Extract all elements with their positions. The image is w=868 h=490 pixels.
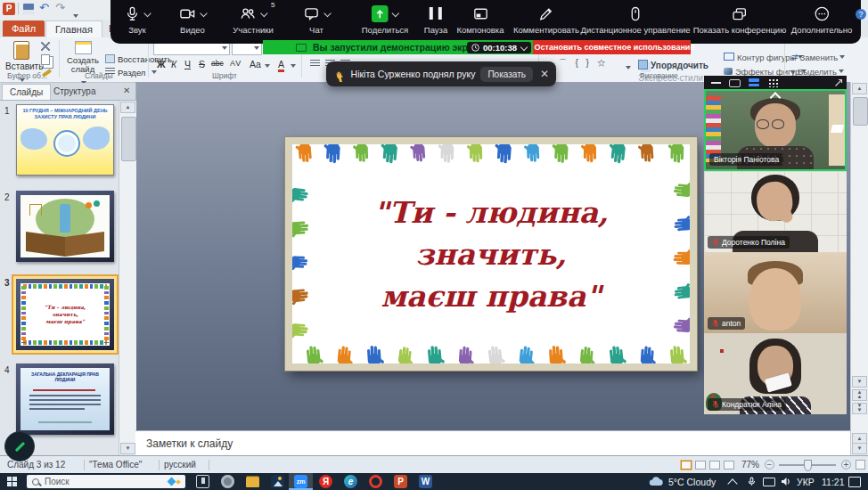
cut-icon[interactable] [41, 42, 50, 51]
zoom-level[interactable]: 77% [741, 460, 759, 470]
theme-name[interactable]: "Тема Office" [89, 460, 142, 470]
scroll-down-icon[interactable]: ▼ [852, 376, 867, 388]
font-color-button[interactable]: A [278, 59, 284, 72]
section-button[interactable]: Раздел [105, 63, 157, 79]
zoom-annotate-button[interactable]: Комментировать [513, 4, 579, 35]
current-slide[interactable]: "Ти - людина, значить, маєш права" [285, 137, 697, 371]
reading-view-icon[interactable] [709, 461, 720, 470]
close-icon[interactable]: ✕ [540, 68, 549, 80]
shadow-button[interactable]: S [199, 59, 205, 69]
expand-icon[interactable] [834, 78, 843, 87]
fit-to-window-icon[interactable] [856, 460, 865, 470]
scroll-down-icon[interactable]: ▼ [120, 443, 135, 454]
tray-volume-icon[interactable] [781, 477, 791, 486]
notes-pane[interactable]: Заметки к слайду [135, 430, 850, 456]
share-timer[interactable]: 00:10:38 [467, 42, 531, 53]
scroll-up-icon[interactable]: ▲ [852, 83, 867, 94]
align-left-icon[interactable] [310, 60, 320, 68]
scroll-up-icon[interactable]: ▲ [120, 102, 135, 113]
chevron-down-icon[interactable] [260, 10, 267, 17]
edge-app-icon[interactable]: e [344, 475, 357, 488]
tab-file[interactable]: Файл [3, 20, 45, 37]
redo-icon[interactable]: ↷ [55, 1, 65, 14]
paste-button[interactable]: Вставить [5, 41, 37, 87]
change-case-button[interactable]: Aa [250, 59, 261, 69]
strip-view-icon[interactable] [749, 78, 759, 86]
zoom-share-button[interactable]: Поделиться [362, 4, 408, 35]
language-indicator[interactable]: русский [164, 460, 196, 470]
normal-view-icon[interactable] [681, 461, 692, 470]
yandex-app-icon[interactable]: Я [319, 475, 332, 488]
chevron-down-icon[interactable] [200, 10, 207, 17]
previous-slide-icon[interactable]: ▲▲ [852, 389, 867, 401]
zoom-show-meeting-button[interactable]: Показать конференцию [693, 4, 787, 35]
chevron-down-icon[interactable] [323, 10, 331, 17]
zoom-pause-button[interactable]: Пауза [424, 4, 447, 35]
notes-scroll-down-icon[interactable]: ▼ [852, 443, 867, 454]
notification-center-icon[interactable] [848, 477, 861, 487]
slideshow-view-icon[interactable] [724, 461, 734, 470]
selected-slide-highlight[interactable]: "Ти - людина, значить, маєш права" [12, 274, 119, 355]
zoom-chat-button[interactable]: Чат [303, 4, 331, 35]
slide-thumbnail-4[interactable]: ЗАГАЛЬНА ДЕКЛАРАЦІЯ ПРАВ ЛЮДИНИ [16, 363, 114, 435]
video-tile-2[interactable]: Доротенко Поліна [704, 171, 847, 252]
video-tile-4[interactable]: Кондратюк Аліна [704, 333, 847, 414]
font-name-combo[interactable] [153, 42, 230, 55]
weather-text[interactable]: 5°C Cloudy [668, 477, 716, 487]
keyboard-language[interactable]: УКР [797, 477, 815, 487]
video-tile-1[interactable]: Вікторія Паніотова [704, 89, 847, 171]
explorer-icon[interactable] [246, 475, 259, 488]
tray-network-icon[interactable] [763, 478, 775, 486]
shapes-more-icon[interactable] [624, 59, 631, 75]
zoom-slider-thumb[interactable] [804, 460, 812, 471]
zoom-video-button[interactable]: Видео [179, 4, 207, 35]
zoom-out-icon[interactable]: − [765, 460, 774, 470]
font-size-combo[interactable] [232, 42, 262, 55]
tray-expand-icon[interactable] [727, 478, 737, 488]
zoom-in-icon[interactable]: + [841, 460, 851, 470]
save-icon[interactable] [23, 4, 34, 14]
scrollbar-thumb[interactable] [853, 97, 868, 126]
slide-sorter-view-icon[interactable] [695, 461, 706, 470]
underline-button[interactable]: Ч [184, 59, 191, 69]
next-slide-icon[interactable]: ▼▼ [852, 403, 867, 414]
clock[interactable]: 11:21 [822, 477, 845, 487]
zoom-more-button[interactable]: Дополнительно [791, 4, 852, 35]
italic-button[interactable]: К [171, 59, 176, 69]
video-tile-3[interactable]: anton [704, 252, 847, 333]
zoom-layout-button[interactable]: Компоновка [456, 4, 504, 35]
active-speaker-view-icon[interactable] [729, 79, 741, 87]
photos-app-icon[interactable] [271, 475, 284, 488]
strikethrough-button[interactable]: abc [211, 59, 224, 68]
annotation-floating-button[interactable] [4, 431, 35, 461]
word-app-icon[interactable]: W [419, 475, 432, 488]
zoom-remote-control-button[interactable]: Дистанционное управление [581, 4, 691, 35]
slide-thumbnail-2[interactable] [16, 191, 114, 262]
chevron-down-icon[interactable] [392, 10, 399, 17]
undo-icon[interactable]: ↶ [39, 1, 49, 14]
slide-thumbnail-3[interactable]: "Ти - людина, значить, маєш права" [16, 279, 114, 350]
main-scrollbar[interactable]: ▲ ▼ ▲▲ ▼▼ ▲ ▼ [850, 82, 868, 455]
zoom-participants-button[interactable]: 5 Участники [233, 4, 273, 35]
chevron-down-icon[interactable] [520, 44, 528, 51]
tab-slides[interactable]: Слайды [2, 84, 51, 100]
close-icon[interactable]: ✕ [123, 86, 130, 95]
bold-button[interactable]: Ж [157, 59, 166, 69]
opera-app-icon[interactable] [369, 475, 382, 488]
start-button[interactable] [7, 477, 17, 486]
scrollbar-thumb[interactable] [121, 117, 136, 161]
minimize-icon[interactable] [711, 82, 721, 84]
char-spacing-button[interactable]: AV [230, 59, 242, 68]
tab-home[interactable]: Главная [45, 20, 102, 37]
zoom-app-icon[interactable]: zm [294, 475, 307, 488]
powerpoint-app-icon[interactable]: P [394, 475, 407, 488]
help-icon[interactable]: ? [856, 9, 866, 20]
camera-app-icon[interactable] [221, 475, 234, 488]
tray-mic-icon[interactable] [747, 476, 757, 487]
zoom-audio-button[interactable]: Звук [125, 4, 151, 35]
slide-thumbnail-1[interactable]: 10 ГРУДНЯ – МІЖНАРОДНИЙ ДЕНЬ ЗАХИСТУ ПРА… [16, 104, 114, 176]
tab-outline[interactable]: Структура [46, 84, 102, 99]
slides-panel-scrollbar[interactable]: ▲ ▼ [119, 101, 136, 455]
chevron-down-icon[interactable] [143, 10, 151, 17]
show-button[interactable]: Показать [480, 67, 533, 82]
